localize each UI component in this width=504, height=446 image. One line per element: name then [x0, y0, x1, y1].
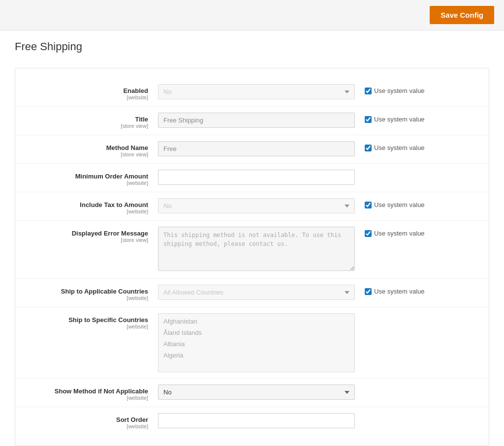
ship-specific-listbox[interactable]: Afghanistan Åland Islands Albania Algeri…: [158, 313, 355, 372]
field-control-col-ship-specific: Afghanistan Åland Islands Albania Algeri…: [158, 313, 355, 372]
field-scope-ship-specific: [website]: [30, 324, 148, 329]
field-scope-include-tax: [website]: [30, 208, 148, 214]
ship-applicable-system-value-checkbox[interactable]: [365, 288, 372, 295]
field-label-error-message: Displayed Error Message: [30, 230, 148, 237]
title-system-value-checkbox[interactable]: [365, 116, 372, 123]
form-row-error-message: Displayed Error Message [store view] Thi…: [15, 221, 489, 279]
field-label-col-include-tax: Include Tax to Amount [website]: [30, 198, 158, 214]
field-system-col-include-tax: Use system value: [365, 198, 425, 208]
field-system-col-ship-applicable: Use system value: [365, 285, 425, 295]
field-label-ship-specific: Ship to Specific Countries: [30, 316, 148, 324]
field-control-col-method-name: [158, 141, 355, 156]
enabled-system-value-label: Use system value: [374, 87, 425, 94]
field-scope-enabled: [website]: [30, 94, 148, 100]
field-scope-method-name: [store view]: [30, 151, 148, 157]
field-system-col-method-name: Use system value: [365, 141, 425, 151]
form-row-ship-specific: Ship to Specific Countries [website] Afg…: [15, 307, 489, 379]
field-control-col-include-tax: No Yes: [158, 198, 355, 213]
enabled-select[interactable]: No Yes: [158, 84, 355, 99]
field-control-col-error-message: This shipping method is not available. T…: [158, 227, 355, 272]
title-input[interactable]: [158, 113, 355, 128]
field-control-col-ship-applicable: All Allowed Countries Specific Countries: [158, 285, 355, 300]
field-scope-sort-order: [website]: [30, 423, 148, 429]
field-label-minimum-order: Minimum Order Amount: [30, 173, 148, 180]
field-scope-error-message: [store view]: [30, 237, 148, 243]
form-row-show-method: Show Method if Not Applicable [website] …: [15, 379, 489, 407]
error-message-textarea[interactable]: This shipping method is not available. T…: [158, 227, 355, 271]
page-title: Free Shipping: [15, 40, 489, 53]
field-label-enabled: Enabled: [30, 87, 148, 94]
field-system-col-error-message: Use system value: [365, 227, 425, 237]
field-label-title: Title: [30, 116, 148, 123]
field-label-col-enabled: Enabled [website]: [30, 84, 158, 100]
field-control-col-title: [158, 113, 355, 128]
field-label-show-method: Show Method if Not Applicable: [30, 387, 148, 395]
field-label-include-tax: Include Tax to Amount: [30, 201, 148, 208]
save-config-button[interactable]: Save Config: [430, 6, 494, 24]
field-label-sort-order: Sort Order: [30, 416, 148, 423]
form-row-title: Title [store view] Use system value: [15, 107, 489, 135]
field-label-col-error-message: Displayed Error Message [store view]: [30, 227, 158, 243]
form-row-enabled: Enabled [website] No Yes Use system valu…: [15, 78, 489, 107]
include-tax-select[interactable]: No Yes: [158, 198, 355, 213]
field-system-col-enabled: Use system value: [365, 84, 425, 94]
field-control-col-show-method: No Yes: [158, 385, 355, 400]
field-control-col-minimum-order: [158, 170, 355, 185]
ship-applicable-system-value-label: Use system value: [374, 288, 425, 295]
show-method-select[interactable]: No Yes: [158, 385, 355, 400]
field-scope-title: [store view]: [30, 123, 148, 129]
field-label-col-minimum-order: Minimum Order Amount [website]: [30, 170, 158, 186]
form-row-minimum-order: Minimum Order Amount [website]: [15, 164, 489, 192]
field-label-ship-applicable: Ship to Applicable Countries: [30, 288, 148, 295]
include-tax-system-value-label: Use system value: [374, 201, 425, 208]
field-label-col-show-method: Show Method if Not Applicable [website]: [30, 385, 158, 401]
field-label-col-sort-order: Sort Order [website]: [30, 413, 158, 429]
method-name-system-value-label: Use system value: [374, 144, 425, 151]
sort-order-input[interactable]: [158, 413, 355, 428]
form-row-include-tax: Include Tax to Amount [website] No Yes U…: [15, 192, 489, 221]
title-system-value-label: Use system value: [374, 116, 425, 123]
ship-applicable-select[interactable]: All Allowed Countries Specific Countries: [158, 285, 355, 300]
method-name-system-value-checkbox[interactable]: [365, 145, 372, 151]
field-system-col-title: Use system value: [365, 113, 425, 123]
field-scope-show-method: [website]: [30, 395, 148, 401]
minimum-order-input[interactable]: [158, 170, 355, 185]
field-scope-ship-applicable: [website]: [30, 295, 148, 301]
form-row-method-name: Method Name [store view] Use system valu…: [15, 135, 489, 164]
field-control-col-sort-order: [158, 413, 355, 428]
error-message-system-value-label: Use system value: [374, 230, 425, 237]
field-label-method-name: Method Name: [30, 144, 148, 151]
field-scope-minimum-order: [website]: [30, 180, 148, 186]
form-section: Enabled [website] No Yes Use system valu…: [15, 68, 489, 446]
page-wrapper: Save Config Free Shipping Enabled [websi…: [0, 0, 504, 446]
method-name-input[interactable]: [158, 141, 355, 156]
error-message-system-value-checkbox[interactable]: [365, 230, 372, 237]
field-label-col-title: Title [store view]: [30, 113, 158, 129]
field-label-col-ship-applicable: Ship to Applicable Countries [website]: [30, 285, 158, 301]
field-label-col-ship-specific: Ship to Specific Countries [website]: [30, 313, 158, 329]
include-tax-system-value-checkbox[interactable]: [365, 202, 372, 208]
field-label-col-method-name: Method Name [store view]: [30, 141, 158, 157]
enabled-system-value-checkbox[interactable]: [365, 88, 372, 94]
top-bar: Save Config: [0, 0, 504, 30]
form-row-ship-applicable: Ship to Applicable Countries [website] A…: [15, 279, 489, 307]
field-control-col-enabled: No Yes: [158, 84, 355, 99]
form-row-sort-order: Sort Order [website]: [15, 407, 489, 435]
main-content: Free Shipping Enabled [website] No Yes U…: [0, 30, 504, 446]
